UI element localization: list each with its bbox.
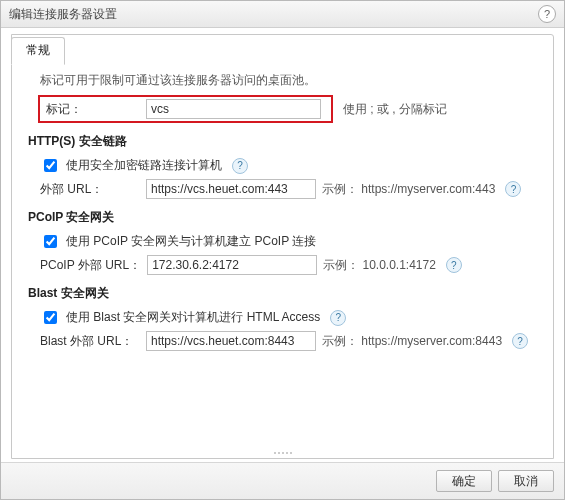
https-url-input[interactable]	[146, 179, 316, 199]
https-checkbox-row: 使用安全加密链路连接计算机 ?	[40, 156, 537, 175]
help-icon[interactable]: ?	[538, 5, 556, 23]
https-checkbox[interactable]	[44, 159, 57, 172]
panel-content: 标记 标记可用于限制可通过该连接服务器访问的桌面池。 标记： 使用 ; 或 , …	[12, 35, 553, 365]
pcoip-url-label: PCoIP 外部 URL：	[40, 257, 141, 274]
pcoip-example-value: 10.0.0.1:4172	[362, 258, 435, 272]
blast-url-row: Blast 外部 URL： 示例： https://myserver.com:8…	[40, 331, 537, 351]
ok-button[interactable]: 确定	[436, 470, 492, 492]
help-icon[interactable]: ?	[505, 181, 521, 197]
window-title: 编辑连接服务器设置	[9, 1, 117, 27]
cancel-button[interactable]: 取消	[498, 470, 554, 492]
section-heading-blast: Blast 安全网关	[28, 285, 537, 302]
blast-example: 示例： https://myserver.com:8443	[322, 333, 502, 350]
tags-hint: 使用 ; 或 , 分隔标记	[343, 101, 447, 118]
dialog-window: 编辑连接服务器设置 ? 常规 身份验证 备份 标记 标记可用于限制可通过该连接服…	[0, 0, 565, 500]
tags-highlight-box: 标记：	[38, 95, 333, 123]
tags-description: 标记可用于限制可通过该连接服务器访问的桌面池。	[40, 72, 537, 89]
https-checkbox-label: 使用安全加密链路连接计算机	[66, 157, 222, 174]
https-example-prefix: 示例：	[322, 182, 358, 196]
blast-checkbox[interactable]	[44, 311, 57, 324]
blast-example-value: https://myserver.com:8443	[361, 334, 502, 348]
https-example-value: https://myserver.com:443	[361, 182, 495, 196]
https-example: 示例： https://myserver.com:443	[322, 181, 495, 198]
tags-input[interactable]	[146, 99, 321, 119]
pcoip-url-input[interactable]	[147, 255, 317, 275]
pcoip-example: 示例： 10.0.0.1:4172	[323, 257, 436, 274]
dialog-footer: 确定 取消	[1, 462, 564, 499]
help-icon[interactable]: ?	[512, 333, 528, 349]
pcoip-url-row: PCoIP 外部 URL： 示例： 10.0.0.1:4172 ?	[40, 255, 537, 275]
blast-checkbox-label: 使用 Blast 安全网关对计算机进行 HTML Access	[66, 309, 320, 326]
tags-label: 标记：	[42, 101, 146, 118]
section-heading-https: HTTP(S) 安全链路	[28, 133, 537, 150]
section-heading-pcoip: PCoIP 安全网关	[28, 209, 537, 226]
blast-example-prefix: 示例：	[322, 334, 358, 348]
blast-checkbox-row: 使用 Blast 安全网关对计算机进行 HTML Access ?	[40, 308, 537, 327]
resize-grip-icon[interactable]	[268, 450, 298, 456]
pcoip-checkbox-row: 使用 PCoIP 安全网关与计算机建立 PCoIP 连接	[40, 232, 537, 251]
https-url-label: 外部 URL：	[40, 181, 140, 198]
tab-general[interactable]: 常规	[11, 37, 65, 65]
pcoip-checkbox[interactable]	[44, 235, 57, 248]
titlebar: 编辑连接服务器设置 ?	[1, 1, 564, 28]
help-icon[interactable]: ?	[232, 158, 248, 174]
help-icon[interactable]: ?	[446, 257, 462, 273]
section-heading-tags: 标记	[28, 49, 537, 66]
pcoip-checkbox-label: 使用 PCoIP 安全网关与计算机建立 PCoIP 连接	[66, 233, 316, 250]
blast-url-input[interactable]	[146, 331, 316, 351]
https-url-row: 外部 URL： 示例： https://myserver.com:443 ?	[40, 179, 537, 199]
blast-url-label: Blast 外部 URL：	[40, 333, 140, 350]
tags-row: 标记： 使用 ; 或 , 分隔标记	[28, 95, 537, 123]
pcoip-example-prefix: 示例：	[323, 258, 359, 272]
tab-panel: 标记 标记可用于限制可通过该连接服务器访问的桌面池。 标记： 使用 ; 或 , …	[11, 34, 554, 459]
help-icon[interactable]: ?	[330, 310, 346, 326]
